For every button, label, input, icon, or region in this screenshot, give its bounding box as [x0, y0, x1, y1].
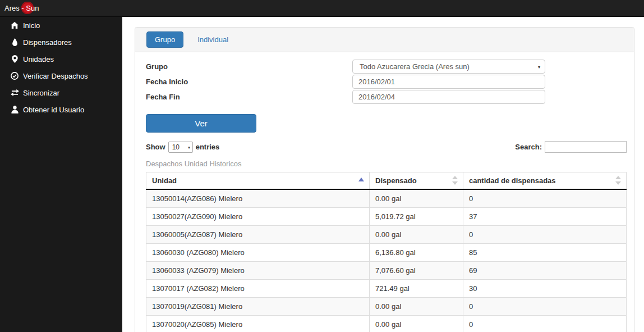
form-row-fecha-inicio: Fecha Inicio	[146, 75, 627, 89]
sidebar-item-label: Verificar Despachos	[23, 72, 88, 80]
table-row: 13070019(AZG081) Mielero0.00 gal0	[146, 298, 627, 316]
table-row: 13060005(AZG087) Mielero0.00 gal0	[146, 226, 627, 244]
fecha-inicio-label: Fecha Inicio	[146, 78, 352, 86]
map-marker-icon	[10, 54, 19, 63]
sort-both-icon	[615, 176, 621, 185]
fecha-inicio-input[interactable]	[352, 75, 545, 89]
column-header-cantidad[interactable]: cantidad de dispensadas	[463, 172, 626, 190]
sidebar-item-unidades[interactable]: Unidades	[0, 51, 122, 67]
fecha-fin-label: Fecha Fin	[146, 93, 352, 101]
table-cell: 13060005(AZG087) Mielero	[146, 226, 370, 244]
table-cell: 0	[463, 189, 626, 208]
table-cell: 0.00 gal	[370, 226, 463, 244]
table-row: 13050027(AZG090) Mielero5,019.72 gal37	[146, 208, 627, 226]
grupo-select[interactable]: Todo Azucarera Grecia (Ares sun) ▾	[352, 60, 545, 74]
table-cell: 0.00 gal	[370, 298, 463, 316]
table-cell: 13050027(AZG090) Mielero	[146, 208, 370, 226]
app-logo[interactable]: Ares - Sun	[4, 3, 39, 15]
table-cell: 69	[463, 262, 626, 280]
fecha-fin-input[interactable]	[352, 90, 545, 104]
search-input[interactable]	[545, 141, 627, 153]
home-icon	[10, 21, 19, 30]
table-row: 13070017 (AZG082) Mielero721.49 gal30	[146, 280, 627, 298]
table-cell: 85	[463, 244, 626, 262]
sidebar-item-label: Dispensadores	[23, 38, 72, 47]
page-length-select[interactable]: 10 ▾	[168, 142, 193, 153]
table-cell: 0	[463, 316, 626, 332]
table-cell: 30	[463, 280, 626, 298]
table-cell: 5,019.72 gal	[370, 208, 463, 226]
check-circle-icon	[10, 71, 19, 80]
table-cell: 0	[463, 226, 626, 244]
sort-both-icon	[452, 176, 458, 185]
search-control: Search:	[515, 141, 627, 153]
tab-bar: Grupo Individual	[135, 28, 634, 52]
form-row-grupo: Grupo Todo Azucarera Grecia (Ares sun) ▾	[146, 60, 627, 74]
table-cell: 13050014(AZG086) Mielero	[146, 189, 370, 208]
sync-arrows-icon	[10, 88, 19, 97]
panel-body: Grupo Todo Azucarera Grecia (Ares sun) ▾…	[135, 52, 634, 332]
datatable-controls: Show 10 ▾ entries Search:	[146, 141, 627, 153]
sidebar-item-label: Sincronizar	[23, 89, 59, 97]
table-cell: 6,136.80 gal	[370, 244, 463, 262]
sort-ascending-icon	[358, 178, 364, 181]
column-header-unidad[interactable]: Unidad	[146, 172, 370, 190]
table-cell: 0.00 gal	[370, 189, 463, 208]
table-cell: 13060033 (AZG079) Mielero	[146, 262, 370, 280]
table-cell: 0	[463, 298, 626, 316]
table-header-row: Unidad Dispensado cantidad de dispensada…	[146, 172, 627, 190]
table-row: 13070020(AZG085) Mielero0.00 gal0	[146, 316, 627, 332]
entries-label: entries	[196, 143, 220, 151]
main-content: Grupo Individual Grupo Todo Azucarera Gr…	[122, 17, 644, 332]
panel: Grupo Individual Grupo Todo Azucarera Gr…	[135, 27, 634, 332]
logo-text: Ares - Sun	[4, 4, 39, 12]
table-cell: 37	[463, 208, 626, 226]
form-row-fecha-fin: Fecha Fin	[146, 90, 627, 104]
sidebar-item-label: Inicio	[23, 21, 40, 30]
sidebar-item-label: Obtener id Usuario	[23, 106, 84, 114]
chevron-down-icon: ▾	[188, 145, 190, 150]
sidebar-item-dispensadores[interactable]: Dispensadores	[0, 34, 122, 51]
ver-button[interactable]: Ver	[146, 114, 256, 133]
sidebar-item-sincronizar[interactable]: Sincronizar	[0, 84, 122, 101]
table-cell: 13070017 (AZG082) Mielero	[146, 280, 370, 298]
show-label: Show	[146, 143, 165, 151]
sidebar: Inicio Dispensadores Unidades Verificar …	[0, 17, 122, 332]
table-cell: 721.49 gal	[370, 280, 463, 298]
user-icon	[10, 105, 19, 114]
table-cell: 13070019(AZG081) Mielero	[146, 298, 370, 316]
tab-individual[interactable]: Individual	[192, 32, 234, 47]
table-cell: 0.00 gal	[370, 316, 463, 332]
column-header-dispensado[interactable]: Dispensado	[370, 172, 463, 190]
table-caption: Despachos Unidad Historicos	[146, 160, 627, 168]
table-row: 13060030 (AZG080) Mielero6,136.80 gal85	[146, 244, 627, 262]
page-length-value: 10	[172, 143, 180, 151]
table-cell: 13070020(AZG085) Mielero	[146, 316, 370, 332]
droplet-icon	[10, 38, 19, 47]
grupo-label: Grupo	[146, 62, 352, 71]
grupo-select-value: Todo Azucarera Grecia (Ares sun)	[360, 62, 470, 71]
page-length-control: Show 10 ▾ entries	[146, 142, 219, 153]
sidebar-item-obtener-id-usuario[interactable]: Obtener id Usuario	[0, 101, 122, 118]
sidebar-item-inicio[interactable]: Inicio	[0, 17, 122, 34]
sidebar-item-verificar-despachos[interactable]: Verificar Despachos	[0, 67, 122, 84]
sidebar-item-label: Unidades	[23, 55, 54, 63]
table-cell: 7,076.60 gal	[370, 262, 463, 280]
table-cell: 13060030 (AZG080) Mielero	[146, 244, 370, 262]
table-row: 13060033 (AZG079) Mielero7,076.60 gal69	[146, 262, 627, 280]
tab-grupo[interactable]: Grupo	[146, 31, 183, 48]
topbar: Ares - Sun	[0, 0, 644, 17]
chevron-down-icon: ▾	[538, 65, 540, 70]
table-row: 13050014(AZG086) Mielero0.00 gal0	[146, 189, 627, 208]
despachos-table: Unidad Dispensado cantidad de dispensada…	[146, 172, 627, 332]
search-label: Search:	[515, 143, 542, 151]
